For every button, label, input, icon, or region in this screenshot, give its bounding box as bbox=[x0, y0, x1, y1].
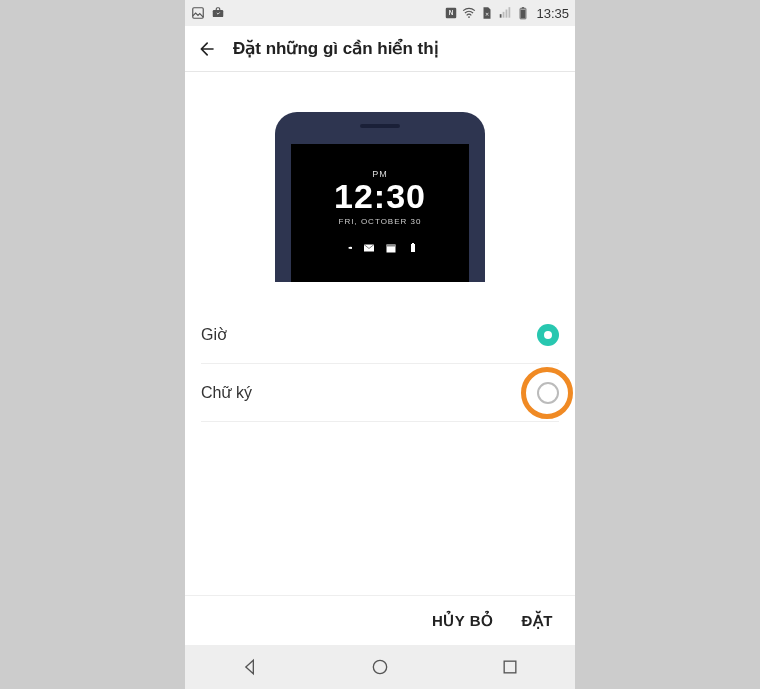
phone-speaker bbox=[360, 124, 400, 128]
status-left bbox=[191, 6, 225, 20]
svg-rect-16 bbox=[411, 244, 415, 252]
calendar-icon bbox=[385, 240, 397, 258]
briefcase-icon bbox=[211, 6, 225, 20]
phone-preview: PM 12:30 FRI, OCTOBER 30 bbox=[275, 112, 485, 282]
preview-icon-row bbox=[341, 240, 419, 258]
nav-recent-button[interactable] bbox=[490, 647, 530, 687]
svg-rect-15 bbox=[387, 244, 396, 246]
svg-point-4 bbox=[469, 16, 471, 18]
signal-icon bbox=[498, 6, 512, 20]
nav-back-button[interactable] bbox=[230, 647, 270, 687]
missed-call-icon bbox=[341, 240, 353, 258]
svg-text:N: N bbox=[449, 9, 454, 16]
battery-small-icon bbox=[407, 240, 419, 258]
nav-home-button[interactable] bbox=[360, 647, 400, 687]
svg-text:✕: ✕ bbox=[485, 11, 489, 17]
preview-clock: 12:30 bbox=[334, 179, 426, 213]
svg-rect-9 bbox=[509, 7, 511, 18]
navigation-bar bbox=[185, 645, 575, 689]
status-time: 13:35 bbox=[536, 6, 569, 21]
back-button[interactable] bbox=[197, 38, 219, 60]
phone-screen: PM 12:30 FRI, OCTOBER 30 bbox=[291, 144, 469, 282]
footer-bar: HỦY BỎ ĐẶT bbox=[185, 595, 575, 645]
option-label-signature: Chữ ký bbox=[201, 383, 252, 402]
svg-rect-7 bbox=[503, 12, 505, 18]
device-frame: N ✕ 13:35 Đặt những gì cần hiển thị bbox=[185, 0, 575, 689]
option-row-clock[interactable]: Giờ bbox=[201, 306, 559, 364]
radio-clock[interactable] bbox=[537, 324, 559, 346]
status-bar: N ✕ 13:35 bbox=[185, 0, 575, 26]
radio-signature[interactable] bbox=[537, 382, 559, 404]
content-area: PM 12:30 FRI, OCTOBER 30 Giờ Chữ ký bbox=[185, 72, 575, 595]
svg-rect-17 bbox=[412, 243, 414, 244]
set-button[interactable]: ĐẶT bbox=[522, 612, 554, 630]
page-title: Đặt những gì cần hiển thị bbox=[233, 38, 439, 59]
option-label-clock: Giờ bbox=[201, 325, 227, 344]
svg-rect-8 bbox=[506, 10, 508, 18]
svg-rect-11 bbox=[522, 7, 524, 8]
status-right: N ✕ 13:35 bbox=[444, 6, 569, 21]
svg-point-18 bbox=[373, 660, 386, 673]
battery-icon bbox=[516, 6, 530, 20]
svg-rect-0 bbox=[193, 8, 204, 19]
mail-icon bbox=[363, 240, 375, 258]
preview-date: FRI, OCTOBER 30 bbox=[339, 217, 422, 226]
option-row-signature[interactable]: Chữ ký bbox=[201, 364, 559, 422]
svg-rect-6 bbox=[500, 14, 502, 18]
nfc-icon: N bbox=[444, 6, 458, 20]
preview-container: PM 12:30 FRI, OCTOBER 30 bbox=[201, 72, 559, 306]
wifi-icon bbox=[462, 6, 476, 20]
image-icon bbox=[191, 6, 205, 20]
svg-rect-19 bbox=[504, 661, 516, 673]
app-header: Đặt những gì cần hiển thị bbox=[185, 26, 575, 72]
cancel-button[interactable]: HỦY BỎ bbox=[432, 612, 494, 630]
sim-icon: ✕ bbox=[480, 6, 494, 20]
svg-rect-12 bbox=[521, 10, 526, 19]
